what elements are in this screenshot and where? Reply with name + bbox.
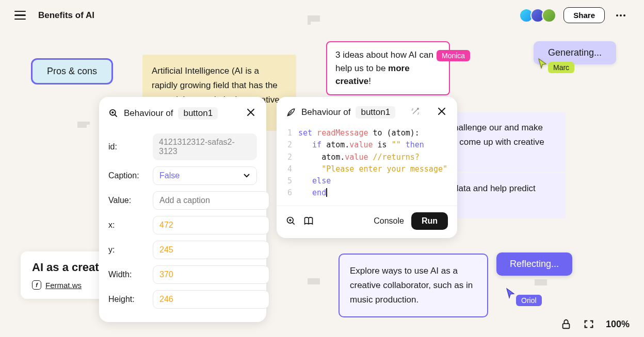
width-input[interactable]	[153, 265, 269, 284]
inspect-icon	[108, 108, 119, 119]
chevron-down-icon	[243, 173, 250, 178]
more-options-icon[interactable]	[612, 10, 630, 21]
caption-dropdown[interactable]: False	[153, 166, 257, 185]
caption-value: False	[159, 171, 180, 180]
fullscreen-icon[interactable]	[583, 318, 594, 330]
hamburger-menu-icon[interactable]	[14, 11, 26, 20]
pixel-blob	[308, 278, 320, 284]
magic-wand-icon[interactable]	[410, 106, 421, 119]
code-title-prefix: Behaviour of	[301, 107, 350, 117]
inspector-panel[interactable]: Behaviour of button1 id: 4121312312-safa…	[99, 97, 266, 322]
node-explore-collaborator[interactable]: Explore ways to use AI as a creative col…	[339, 254, 488, 317]
pixel-blob	[535, 279, 547, 285]
id-field: 4121312312-safas2-3123	[153, 133, 257, 160]
pink-text-suffix: !	[368, 76, 371, 86]
svg-point-1	[111, 111, 114, 113]
width-label: Width:	[108, 270, 147, 279]
cursor-marc-icon	[538, 58, 548, 71]
zoom-level[interactable]: 100%	[606, 319, 630, 330]
x-label: x:	[108, 221, 147, 230]
svg-point-6	[417, 108, 419, 109]
pink-text-pre: 3 ideas about how AI can help us to be	[335, 50, 433, 73]
collaborator-avatars[interactable]	[519, 8, 556, 23]
fermat-icon: f	[32, 280, 41, 290]
cursor-label-marc: Marc	[548, 62, 574, 73]
pixel-blob	[308, 15, 320, 25]
lock-icon[interactable]	[560, 318, 572, 330]
svg-line-2	[115, 114, 117, 116]
feather-icon	[286, 107, 296, 117]
height-input[interactable]	[153, 290, 269, 309]
pixel-blob	[77, 122, 90, 128]
page-title: Benefits of AI	[38, 10, 94, 21]
book-icon[interactable]	[303, 216, 314, 226]
source-link[interactable]: Fermat.ws	[45, 281, 82, 290]
height-label: Height:	[108, 295, 147, 304]
code-editor[interactable]: 1set readMessage to (atom): 2 if atom.va…	[277, 125, 457, 206]
value-label: Value:	[108, 196, 147, 205]
caption-label: Caption:	[108, 171, 147, 180]
close-code-button[interactable]	[436, 104, 448, 120]
id-label: id:	[108, 142, 147, 151]
code-target-chip: button1	[356, 106, 395, 119]
zoom-in-icon[interactable]	[286, 216, 296, 226]
close-inspector-button[interactable]	[245, 105, 257, 121]
y-input[interactable]	[153, 241, 269, 259]
cursor-oriol-icon	[506, 288, 516, 301]
cursor-label-oriol: Oriol	[516, 295, 542, 306]
node-pros-cons[interactable]: Pros & cons	[31, 58, 113, 85]
run-button[interactable]: Run	[411, 212, 448, 230]
console-button[interactable]: Console	[374, 216, 404, 226]
cursor-label-monica: Monica	[437, 50, 470, 61]
share-button[interactable]: Share	[564, 7, 605, 23]
svg-rect-14	[563, 324, 570, 328]
svg-line-12	[293, 222, 295, 224]
y-label: y:	[108, 245, 147, 255]
value-input[interactable]	[153, 191, 269, 210]
x-input[interactable]	[153, 216, 269, 234]
node-three-ideas[interactable]: 3 ideas about how AI can help us to be m…	[326, 41, 450, 95]
inspector-title-prefix: Behaviour of	[124, 108, 173, 119]
node-reflecting[interactable]: Reflecting...	[496, 252, 572, 276]
inspector-target-chip: button1	[178, 107, 218, 120]
code-panel[interactable]: Behaviour of button1 1set readMessage to…	[277, 97, 457, 238]
avatar-3[interactable]	[542, 8, 556, 23]
